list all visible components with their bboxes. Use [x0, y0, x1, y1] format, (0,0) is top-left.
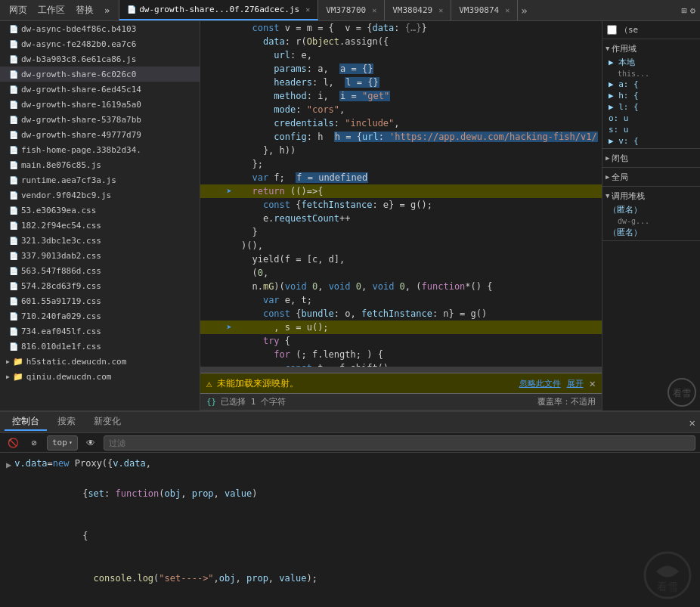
tab-close-0[interactable]: ✕	[305, 5, 310, 14]
closure-header[interactable]: ▶ 闭包	[602, 150, 700, 166]
chevron-down-icon: ▼	[606, 45, 609, 52]
list-item[interactable]: 📄 dw-b3a903c8.6e61ca86.js	[0, 51, 200, 67]
scope-checkbox-label: （se	[620, 24, 638, 36]
css-icon: 📄	[9, 327, 18, 336]
tab-file-label-3: VM390874	[459, 5, 499, 15]
code-line: method: i, i = "get"	[200, 89, 602, 103]
css-icon: 📄	[9, 237, 18, 245]
scope-item-l[interactable]: ▶ l: {	[602, 101, 700, 113]
selected-chars-label: 已选择 1 个字符	[221, 396, 286, 407]
line-code: const t = f.shift();	[235, 361, 394, 367]
tabs-more-right[interactable]: »	[518, 5, 530, 17]
list-item[interactable]: 📄 dw-growth-share-6ed45c14	[0, 82, 200, 97]
list-item[interactable]: 📄 816.010d1e1f.css	[0, 339, 200, 354]
device-icon[interactable]: ⊞	[682, 5, 687, 16]
list-item[interactable]: 📄 dw-async-bde4f86c.b4103	[0, 21, 200, 36]
list-item[interactable]: 📄 182.2f94ec54.css	[0, 218, 200, 233]
eye-button[interactable]: 👁	[82, 435, 99, 451]
list-item[interactable]: 📄 runtime.aea7cf3a.js	[0, 172, 200, 187]
scope-item-s[interactable]: s: u	[602, 124, 700, 135]
tab-file-3[interactable]: VM390874 ✕	[451, 0, 518, 20]
close-notification-button[interactable]: ✕	[590, 377, 596, 389]
scope-item-v[interactable]: ▶ v: {	[602, 135, 700, 147]
context-selector[interactable]: top ▾	[47, 435, 78, 451]
tab-changes[interactable]: 新变化	[86, 413, 129, 431]
coverage-label: 覆盖率：不适用	[537, 396, 596, 407]
scope-item-o[interactable]: o: u	[602, 113, 700, 124]
scope-header[interactable]: ▼ 作用域	[602, 41, 700, 56]
chevron-right-icon: ▶	[606, 154, 609, 162]
chevron-right-icon: ▶	[6, 373, 10, 380]
clear-console-button[interactable]: 🚫	[5, 435, 21, 451]
global-header[interactable]: ▶ 全局	[602, 169, 700, 184]
chevron-right-icon: ▶	[606, 173, 609, 181]
js-icon: 📄	[9, 176, 18, 184]
scope-item-this[interactable]: this...	[602, 69, 700, 79]
folder-item-qiniu[interactable]: ▶ 📁 qiniu.dewucdn.com	[0, 369, 200, 384]
list-item[interactable]: 📄 321.3dbc1e3c.css	[0, 233, 200, 248]
code-line: params: a, a = {}	[200, 62, 602, 76]
line-code: headers: l, l = {}	[235, 76, 379, 89]
list-item[interactable]: 📄 574.28cd63f9.css	[0, 278, 200, 293]
js-file-icon-0: 📄	[127, 5, 136, 14]
list-item[interactable]: 📄 dw-growth-share-5378a7bb	[0, 112, 200, 127]
js-icon: 📄	[9, 101, 18, 109]
list-item[interactable]: 📄 main.8e076c85.js	[0, 157, 200, 172]
scope-item-h[interactable]: ▶ h: {	[602, 90, 700, 101]
tab-file-0[interactable]: 📄 dw-growth-share...0f.276adcec.js ✕	[119, 0, 318, 20]
scope-item-local[interactable]: ▶ 本地	[602, 56, 700, 69]
coverage-bar: {} 已选择 1 个字符 覆盖率：不适用	[200, 394, 602, 410]
folder-item-h5[interactable]: ▶ 📁 h5static.dewucdn.com	[0, 354, 200, 369]
scope-item-a[interactable]: ▶ a: {	[602, 79, 700, 90]
tab-file-1[interactable]: VM378700 ✕	[318, 0, 385, 20]
line-code: n.mG)(void 0, void 0, void 0, (function*…	[235, 280, 492, 293]
code-line-highlighted: ➤ return (()=>{	[200, 184, 602, 198]
closure-title: 闭包	[612, 153, 628, 164]
scope-checkbox[interactable]	[607, 25, 617, 35]
line-code: }, h))	[235, 144, 296, 157]
line-arrow-active2: ➤	[223, 321, 235, 334]
tab-workspace[interactable]: 工作区	[33, 4, 70, 17]
list-item[interactable]: 📄 dw-growth-share-49777d79	[0, 127, 200, 142]
tab-console[interactable]: 控制台	[5, 413, 47, 431]
list-item[interactable]: 📄 601.55a91719.css	[0, 293, 200, 308]
line-code: params: a, a = {}	[235, 62, 373, 76]
tab-close-3[interactable]: ✕	[505, 6, 510, 14]
expand-button[interactable]: 展开	[567, 378, 584, 389]
close-bottom-panel-icon[interactable]: ✕	[689, 417, 695, 429]
list-item[interactable]: 📄 563.547f886d.css	[0, 263, 200, 278]
list-item[interactable]: 📄 fish-home-page.338b2d34.	[0, 142, 200, 157]
tab-close-1[interactable]: ✕	[372, 6, 376, 14]
callstack-header[interactable]: ▼ 调用堆栈	[602, 188, 700, 203]
console-content[interactable]: ▶ v.data=new Proxy({v.data, {set: functi…	[0, 453, 700, 607]
callstack-item-1[interactable]: （匿名）	[602, 226, 700, 239]
list-item[interactable]: 📄 337.9013dab2.css	[0, 248, 200, 263]
tab-file-2[interactable]: VM380429 ✕	[385, 0, 451, 20]
console-filter-input[interactable]	[104, 435, 695, 451]
line-code: return (()=>{	[235, 184, 323, 198]
list-item[interactable]: 📄 vendor.9f042bc9.js	[0, 187, 200, 203]
list-item[interactable]: 📄 dw-growth-share-1619a5a0	[0, 97, 200, 112]
tab-close-2[interactable]: ✕	[438, 6, 443, 14]
code-view[interactable]: const v = m = { v = {data: {…}} data: r(…	[200, 21, 602, 367]
notification-bar: ⚠ 未能加载来源映射。 忽略此文件 展开 ✕	[200, 373, 602, 394]
callstack-item-0[interactable]: （匿名）	[602, 203, 700, 216]
line-code: try {	[235, 334, 290, 348]
bottom-area: 控制台 搜索 新变化 ✕ 🚫 ⊘ top ▾ 👁 ▶ v.data=new Pr…	[0, 410, 700, 607]
scrollbar-horizontal[interactable]	[200, 367, 602, 373]
list-item[interactable]: 📄 710.240fa029.css	[0, 308, 200, 324]
tab-replace[interactable]: 替换	[71, 4, 98, 17]
list-item[interactable]: 📄 53.e30639ea.css	[0, 203, 200, 218]
js-icon: 📄	[9, 25, 18, 33]
pause-button[interactable]: ⊘	[26, 435, 42, 451]
tab-search[interactable]: 搜索	[50, 413, 83, 431]
settings-icon[interactable]: ⚙	[690, 5, 695, 16]
file-name: 574.28cd63f9.css	[21, 281, 101, 291]
tab-webpage[interactable]: 网页	[5, 4, 32, 17]
line-code: , s = u();	[235, 321, 329, 334]
ignore-file-button[interactable]: 忽略此文件	[519, 378, 561, 389]
tabs-more-left[interactable]: »	[100, 5, 114, 16]
list-item[interactable]: 📄 dw-async-fe2482b0.ea7c6	[0, 36, 200, 51]
list-item-active[interactable]: 📄 dw-growth-share-6c026c0	[0, 67, 200, 82]
list-item[interactable]: 📄 734.eaf045lf.css	[0, 324, 200, 339]
